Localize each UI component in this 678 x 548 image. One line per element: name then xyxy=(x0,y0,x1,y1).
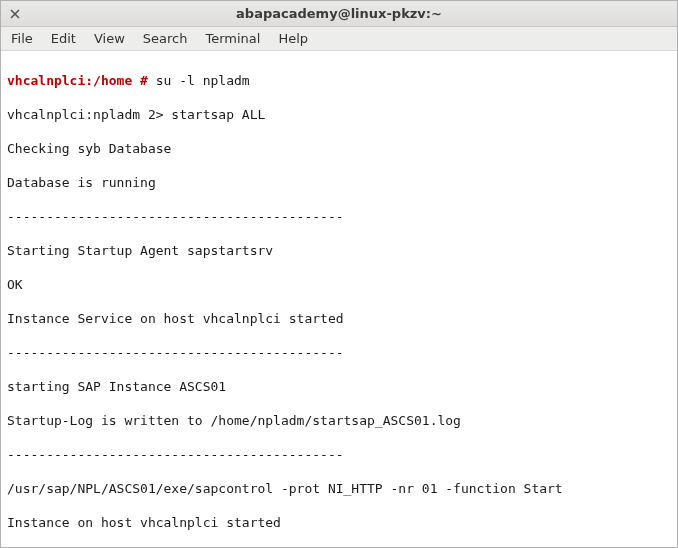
terminal-line: vhcalnplci:npladm 2> startsap ALL xyxy=(7,106,671,123)
menu-view[interactable]: View xyxy=(94,31,125,46)
close-icon[interactable] xyxy=(7,6,23,22)
terminal-area[interactable]: vhcalnplci:/home # su -l npladm vhcalnpl… xyxy=(1,51,677,547)
terminal-window: abapacademy@linux-pkzv:~ File Edit View … xyxy=(0,0,678,548)
terminal-line: /usr/sap/NPL/ASCS01/exe/sapcontrol -prot… xyxy=(7,480,671,497)
terminal-line: ----------------------------------------… xyxy=(7,344,671,361)
terminal-line: Instance Service on host vhcalnplci star… xyxy=(7,310,671,327)
terminal-line: OK xyxy=(7,276,671,293)
menu-edit[interactable]: Edit xyxy=(51,31,76,46)
menu-help[interactable]: Help xyxy=(278,31,308,46)
menubar: File Edit View Search Terminal Help xyxy=(1,27,677,51)
terminal-line: ----------------------------------------… xyxy=(7,208,671,225)
prompt-host: vhcalnplci:/home # xyxy=(7,73,148,88)
terminal-line: starting SAP Instance ASCS01 xyxy=(7,378,671,395)
menu-search[interactable]: Search xyxy=(143,31,188,46)
terminal-line: Database is running xyxy=(7,174,671,191)
terminal-line: ----------------------------------------… xyxy=(7,446,671,463)
window-title: abapacademy@linux-pkzv:~ xyxy=(236,6,442,21)
titlebar: abapacademy@linux-pkzv:~ xyxy=(1,1,677,27)
terminal-line: Starting Startup Agent sapstartsrv xyxy=(7,242,671,259)
terminal-line: Instance on host vhcalnplci started xyxy=(7,514,671,531)
menu-file[interactable]: File xyxy=(11,31,33,46)
terminal-line: Startup-Log is written to /home/npladm/s… xyxy=(7,412,671,429)
terminal-line: vhcalnplci:/home # su -l npladm xyxy=(7,72,671,89)
terminal-line: Checking syb Database xyxy=(7,140,671,157)
menu-terminal[interactable]: Terminal xyxy=(205,31,260,46)
command-text: su -l npladm xyxy=(148,73,250,88)
